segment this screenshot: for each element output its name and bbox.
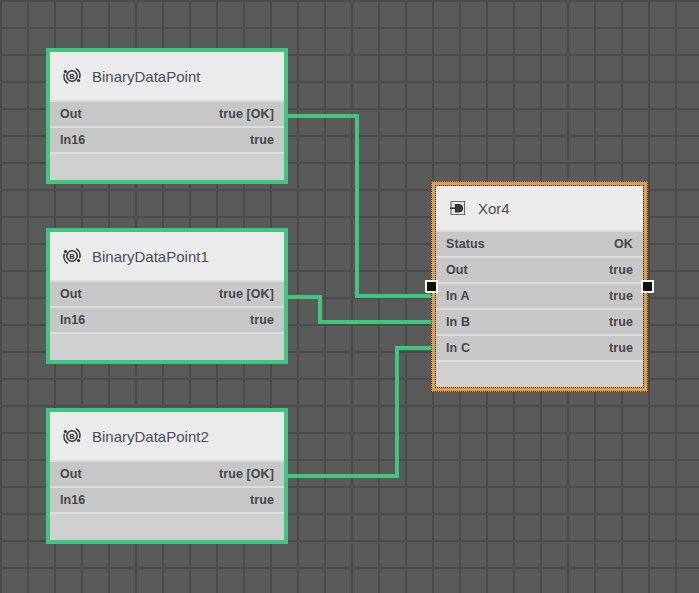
wiresheet-canvas[interactable]: B BinaryDataPoint Out true [OK] In16 tru… <box>0 0 699 593</box>
selection-handle-left[interactable] <box>425 280 438 293</box>
node-title: BinaryDataPoint <box>92 68 200 85</box>
node-title: BinaryDataPoint2 <box>92 428 209 445</box>
property-row-inc[interactable]: In C true <box>436 334 643 360</box>
property-value: true [OK] <box>219 107 274 121</box>
property-value: true <box>609 341 633 355</box>
property-value: true <box>609 315 633 329</box>
wire-binarydatapoint2-out-to-xor4-inc[interactable] <box>284 348 436 476</box>
svg-text:B: B <box>69 252 75 261</box>
property-value: true <box>609 263 633 277</box>
empty-row <box>436 360 643 387</box>
property-row-in16[interactable]: In16 true <box>50 306 284 332</box>
binary-point-icon: B <box>62 426 82 446</box>
empty-row <box>50 512 284 540</box>
node-binarydatapoint2[interactable]: B BinaryDataPoint2 Out true [OK] In16 tr… <box>46 408 288 544</box>
property-label: Status <box>446 237 485 251</box>
selection-handle-right[interactable] <box>641 280 654 293</box>
xor-gate-icon <box>448 198 468 218</box>
node-title: Xor4 <box>478 200 510 217</box>
property-value: true <box>250 313 274 327</box>
node-header[interactable]: Xor4 <box>436 186 643 230</box>
property-value: OK <box>614 237 633 251</box>
property-label: In C <box>446 341 470 355</box>
property-value: true [OK] <box>219 467 274 481</box>
empty-row <box>50 332 284 360</box>
node-binarydatapoint[interactable]: B BinaryDataPoint Out true [OK] In16 tru… <box>46 48 288 184</box>
svg-text:B: B <box>69 432 75 441</box>
wire-binarydatapoint-out-to-xor4-ina[interactable] <box>284 116 436 296</box>
property-row-out[interactable]: Out true <box>436 256 643 282</box>
node-title: BinaryDataPoint1 <box>92 248 209 265</box>
property-row-in16[interactable]: In16 true <box>50 126 284 152</box>
property-label: In16 <box>60 133 85 147</box>
empty-row <box>50 152 284 180</box>
property-row-in16[interactable]: In16 true <box>50 486 284 512</box>
property-label: Out <box>60 467 82 481</box>
node-binarydatapoint1[interactable]: B BinaryDataPoint1 Out true [OK] In16 tr… <box>46 228 288 364</box>
binary-point-icon: B <box>62 66 82 86</box>
property-value: true <box>609 289 633 303</box>
property-label: Out <box>60 107 82 121</box>
property-label: Out <box>60 287 82 301</box>
property-label: In16 <box>60 493 85 507</box>
property-row-inb[interactable]: In B true <box>436 308 643 334</box>
property-label: In A <box>446 289 470 303</box>
binary-point-icon: B <box>62 246 82 266</box>
property-label: Out <box>446 263 468 277</box>
property-row-out[interactable]: Out true [OK] <box>50 460 284 486</box>
node-xor4[interactable]: Xor4 Status OK Out true In A true In B t… <box>431 181 648 392</box>
property-row-ina[interactable]: In A true <box>436 282 643 308</box>
node-header[interactable]: B BinaryDataPoint <box>50 52 284 100</box>
node-header[interactable]: B BinaryDataPoint2 <box>50 412 284 460</box>
property-row-out[interactable]: Out true [OK] <box>50 280 284 306</box>
property-row-out[interactable]: Out true [OK] <box>50 100 284 126</box>
svg-text:B: B <box>69 72 75 81</box>
property-row-status[interactable]: Status OK <box>436 230 643 256</box>
property-label: In B <box>446 315 470 329</box>
property-value: true <box>250 133 274 147</box>
property-value: true [OK] <box>219 287 274 301</box>
property-label: In16 <box>60 313 85 327</box>
wire-binarydatapoint1-out-to-xor4-inb[interactable] <box>284 297 436 322</box>
property-value: true <box>250 493 274 507</box>
node-header[interactable]: B BinaryDataPoint1 <box>50 232 284 280</box>
